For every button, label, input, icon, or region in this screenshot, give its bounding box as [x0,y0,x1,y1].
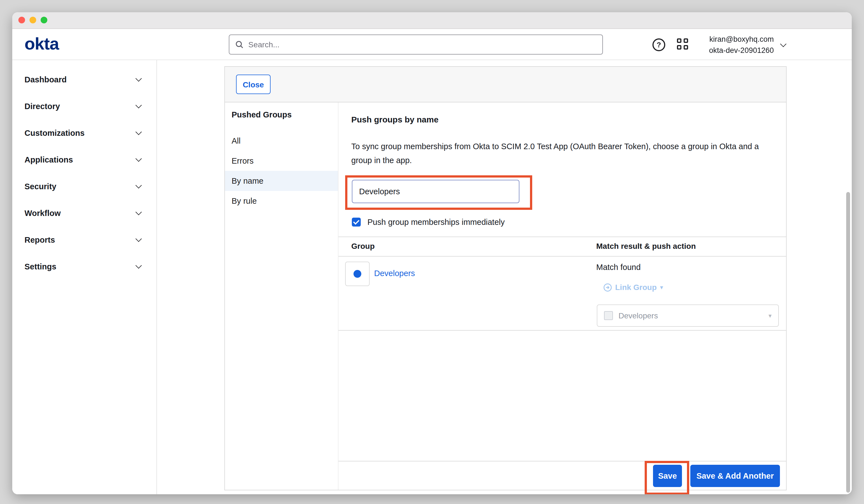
section-title: Push groups by name [351,115,439,124]
subnav-title: Pushed Groups [231,110,292,119]
dropdown-selected-value: Developers [619,311,658,320]
link-group-caret-icon: ▾ [660,284,663,291]
sidebar-item-label: Dashboard [24,75,67,84]
okta-group-avatar [345,262,370,286]
table-header-bottom-border [338,256,786,256]
target-group-dropdown[interactable]: Developers ▾ [597,304,779,327]
help-glyph: ? [657,41,661,49]
save-and-add-another-button[interactable]: Save & Add Another [690,465,780,487]
subnav-item-all[interactable]: All [225,131,338,151]
sidebar-item-label: Security [24,182,56,191]
dropdown-caret-icon: ▾ [769,312,771,319]
column-header-group: Group [351,242,375,251]
window-titlebar [12,12,852,29]
push-immediately-label: Push group memberships immediately [368,218,505,227]
chevron-down-icon [135,262,142,269]
group-name-link[interactable]: Developers [374,269,415,278]
chevron-down-icon [135,75,142,82]
account-chevron-down-icon[interactable] [780,41,787,47]
search-bar[interactable] [229,35,603,55]
link-group-action[interactable]: Link Group ▾ [603,283,663,292]
apps-grid-square [677,45,681,49]
sidebar-item-label: Directory [24,102,60,111]
account-menu[interactable]: kiran@boxyhq.com okta-dev-20901260 [685,34,774,56]
sidebar-item-security[interactable]: Security [12,173,156,200]
account-org: okta-dev-20901260 [685,45,774,56]
subnav-item-errors[interactable]: Errors [225,151,338,171]
save-button[interactable]: Save [653,465,682,487]
browser-window: okta ? kiran@boxyhq.com okta-dev-2090126… [12,12,852,494]
row-divider [338,330,786,331]
group-icon [353,270,361,278]
chevron-down-icon [135,102,142,109]
apps-grid-square [677,38,681,43]
sidebar-item-reports[interactable]: Reports [12,227,156,253]
sidebar-item-dashboard[interactable]: Dashboard [12,66,156,93]
pushed-groups-subnav: Pushed Groups All Errors By name By rule [225,103,338,490]
panel-body: Pushed Groups All Errors By name By rule… [225,103,786,490]
vertical-scrollbar[interactable] [846,192,850,493]
sidebar-item-label: Customizations [24,129,85,137]
push-groups-panel: Close Pushed Groups All Errors By name B… [224,66,787,490]
zoom-window-button[interactable] [41,17,47,23]
chevron-down-icon [135,129,142,135]
subnav-item-by-name[interactable]: By name [225,171,338,191]
group-name-input[interactable] [352,180,519,203]
search-input[interactable] [248,40,597,49]
sidebar-item-applications[interactable]: Applications [12,146,156,173]
sidebar-item-settings[interactable]: Settings [12,253,156,280]
chevron-down-icon [135,156,142,162]
sidebar-item-label: Workflow [24,209,61,218]
chevron-down-icon [135,182,142,189]
sidebar-item-customizations[interactable]: Customizations [12,120,156,146]
close-button[interactable]: Close [236,75,271,94]
match-status-text: Match found [596,263,641,272]
search-icon [235,40,244,49]
sidebar-nav: Dashboard Directory Customizations Appli… [12,60,157,494]
footer-divider [338,461,786,461]
group-placeholder-icon [604,311,613,320]
close-window-button[interactable] [19,17,25,23]
link-group-label: Link Group [615,283,657,292]
push-immediately-checkbox[interactable] [352,218,361,227]
section-description: To sync group memberships from Okta to S… [351,140,768,167]
sidebar-item-label: Reports [24,236,55,244]
minimize-window-button[interactable] [29,17,36,23]
app-header: okta ? kiran@boxyhq.com okta-dev-2090126… [12,29,852,60]
panel-toolbar: Close [225,67,786,103]
sidebar-item-label: Settings [24,262,56,271]
okta-logo: okta [24,29,59,60]
chevron-down-icon [135,236,142,242]
sidebar-item-workflow[interactable]: Workflow [12,200,156,227]
main-content: Close Pushed Groups All Errors By name B… [157,60,852,494]
subnav-item-by-rule[interactable]: By rule [225,191,338,211]
push-by-name-content: Push groups by name To sync group member… [338,103,786,490]
sidebar-item-directory[interactable]: Directory [12,93,156,120]
sidebar-item-label: Applications [24,155,73,164]
link-icon [603,283,612,291]
chevron-down-icon [135,209,142,215]
help-icon[interactable]: ? [652,38,665,51]
account-email: kiran@boxyhq.com [685,34,774,45]
page: okta ? kiran@boxyhq.com okta-dev-2090126… [0,0,864,504]
column-header-match: Match result & push action [596,242,696,251]
table-header-top-border [338,237,786,237]
